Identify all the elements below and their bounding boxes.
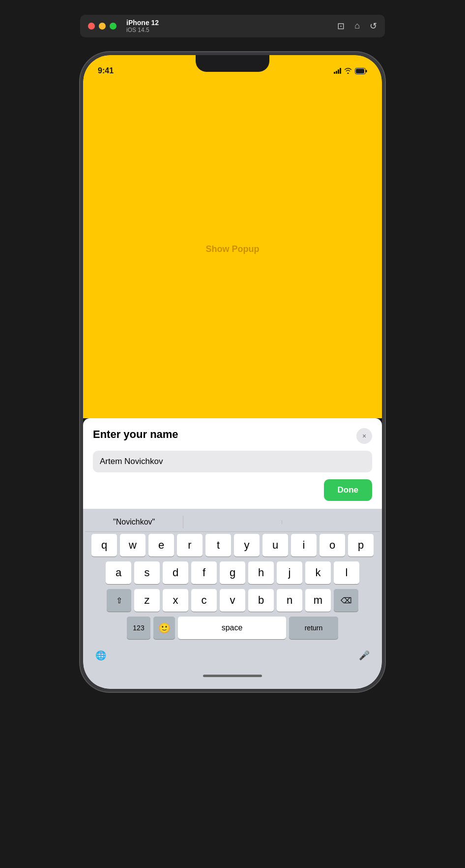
space-key[interactable]: space	[178, 617, 286, 639]
dialog-header: Enter your name ×	[93, 428, 372, 444]
key-t[interactable]: t	[205, 534, 231, 557]
key-g[interactable]: g	[220, 561, 245, 584]
key-z[interactable]: z	[134, 589, 160, 612]
key-s[interactable]: s	[134, 561, 160, 584]
autocomplete-item-1[interactable]	[183, 520, 282, 524]
phone-screen: 9:41	[83, 55, 382, 689]
simulator-controls: ⊡ ⌂ ↺	[337, 21, 377, 31]
keyboard-row-2: a s d f g h j k l	[85, 561, 380, 584]
key-y[interactable]: y	[234, 534, 260, 557]
bottom-bar	[83, 671, 382, 689]
globe-key[interactable]: 🌐	[90, 644, 112, 667]
device-name: iPhone 12	[126, 19, 337, 27]
key-j[interactable]: j	[277, 561, 302, 584]
key-o[interactable]: o	[320, 534, 345, 557]
emoji-key[interactable]: 🙂	[153, 617, 175, 639]
rotate-icon[interactable]: ↺	[370, 21, 377, 31]
autocomplete-item-2[interactable]	[282, 520, 380, 524]
keyboard-row-1: q w e r t y u i o p	[85, 534, 380, 557]
key-i[interactable]: i	[291, 534, 317, 557]
status-time: 9:41	[98, 66, 114, 75]
key-q[interactable]: q	[91, 534, 117, 557]
name-input[interactable]	[93, 451, 372, 472]
key-r[interactable]: r	[177, 534, 203, 557]
dialog-sheet: Enter your name × Done	[83, 418, 382, 509]
wifi-icon	[344, 68, 352, 74]
key-p[interactable]: p	[348, 534, 374, 557]
svg-rect-1	[366, 70, 367, 72]
yellow-area: Show Popup	[83, 80, 382, 418]
key-k[interactable]: k	[305, 561, 331, 584]
autocomplete-bar: "Novichkov"	[85, 513, 380, 532]
key-f[interactable]: f	[191, 561, 217, 584]
traffic-lights	[88, 23, 116, 30]
keyboard-bottom-row: 🌐 🎤	[85, 644, 380, 667]
done-row: Done	[93, 479, 372, 501]
shift-key[interactable]: ⇧	[107, 589, 131, 612]
key-w[interactable]: w	[120, 534, 145, 557]
minimize-dot[interactable]	[99, 23, 106, 30]
key-v[interactable]: v	[220, 589, 245, 612]
key-c[interactable]: c	[191, 589, 217, 612]
device-info: iPhone 12 iOS 14.5	[126, 19, 337, 33]
key-d[interactable]: d	[163, 561, 188, 584]
return-key[interactable]: return	[289, 617, 338, 639]
key-m[interactable]: m	[305, 589, 331, 612]
status-icons	[334, 68, 367, 74]
home-indicator	[203, 675, 262, 677]
phone-shell: 9:41	[80, 52, 385, 692]
device-os: iOS 14.5	[126, 27, 337, 33]
key-h[interactable]: h	[248, 561, 274, 584]
maximize-dot[interactable]	[110, 23, 116, 30]
show-popup-button[interactable]: Show Popup	[196, 239, 269, 259]
dialog-title: Enter your name	[93, 428, 178, 441]
mic-key[interactable]: 🎤	[353, 644, 375, 667]
done-button[interactable]: Done	[324, 479, 373, 501]
key-e[interactable]: e	[148, 534, 174, 557]
screenshot-icon[interactable]: ⊡	[337, 21, 345, 31]
simulator-top-bar: iPhone 12 iOS 14.5 ⊡ ⌂ ↺	[80, 15, 385, 37]
key-a[interactable]: a	[106, 561, 131, 584]
keyboard-row-4: 123 🙂 space return	[85, 617, 380, 639]
close-dialog-button[interactable]: ×	[356, 428, 372, 444]
keyboard-row-3: ⇧ z x c v b n m ⌫	[85, 589, 380, 612]
key-l[interactable]: l	[334, 561, 359, 584]
key-u[interactable]: u	[262, 534, 288, 557]
numbers-key[interactable]: 123	[127, 617, 150, 639]
svg-rect-2	[356, 69, 364, 73]
keyboard: "Novichkov" q w e r t y u i o p a s	[83, 509, 382, 671]
key-b[interactable]: b	[248, 589, 274, 612]
backspace-key[interactable]: ⌫	[334, 589, 358, 612]
home-icon[interactable]: ⌂	[354, 21, 360, 31]
key-n[interactable]: n	[277, 589, 302, 612]
autocomplete-item-0[interactable]: "Novichkov"	[85, 516, 183, 528]
battery-icon	[355, 68, 367, 74]
bottom-spacer	[115, 644, 350, 667]
close-dot[interactable]	[88, 23, 95, 30]
notch	[196, 55, 269, 72]
key-x[interactable]: x	[163, 589, 188, 612]
signal-bars-icon	[334, 68, 341, 74]
